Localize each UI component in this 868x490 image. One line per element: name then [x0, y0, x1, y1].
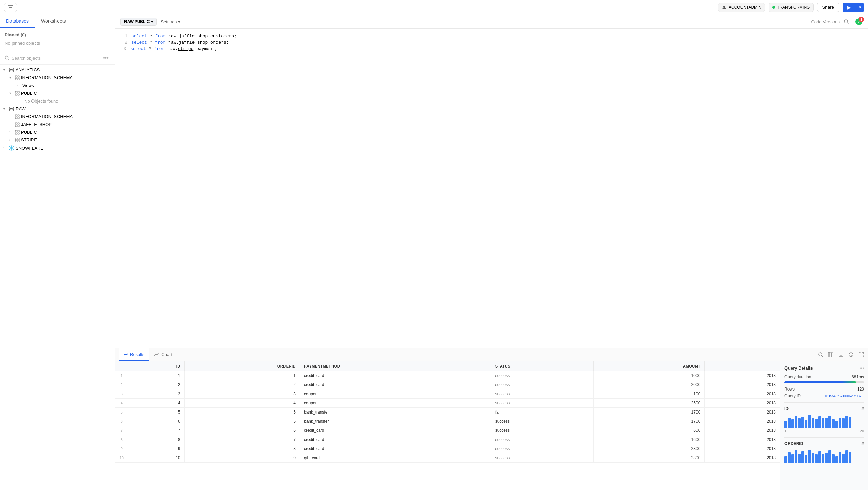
chevron-icon: ›	[3, 146, 7, 150]
pinned-header: Pinned (0)	[5, 32, 110, 37]
tree-item-raw-infoschema[interactable]: › INFORMATION_SCHEMA	[0, 113, 115, 120]
schema-icon	[15, 138, 20, 142]
notification-wrapper: ✓ 1	[855, 18, 863, 25]
table-cell: 2000	[593, 380, 705, 389]
expand-icon[interactable]	[859, 352, 864, 357]
tree-item-views[interactable]: › Views	[0, 82, 115, 89]
tree-item-raw-public[interactable]: › PUBLIC	[0, 128, 115, 136]
svg-rect-7	[15, 76, 17, 77]
bar	[791, 454, 794, 463]
bar	[825, 453, 828, 463]
bar	[832, 454, 835, 463]
table-cell: fail	[491, 408, 593, 417]
table-cell: success	[491, 399, 593, 408]
tree-item-raw[interactable]: ▾ RAW	[0, 105, 115, 113]
orderid-column-section: ORDERID #	[784, 437, 864, 463]
svg-line-5	[8, 59, 9, 60]
bar	[808, 415, 811, 428]
bar	[822, 418, 824, 428]
table-cell: 3	[129, 389, 184, 399]
svg-point-41	[819, 353, 822, 356]
tab-databases[interactable]: Databases	[0, 15, 35, 28]
tab-results[interactable]: ↩ Results	[119, 348, 149, 361]
bar	[805, 420, 807, 428]
run-dropdown-button[interactable]: ▾	[856, 3, 864, 12]
settings-chevron-icon: ▾	[178, 19, 180, 24]
tab-chart[interactable]: Chart	[149, 349, 177, 361]
results-tabs: ↩ Results Chart	[115, 348, 868, 361]
tree-label-views: Views	[22, 83, 34, 88]
more-button[interactable]: •••	[101, 54, 110, 62]
schema-icon	[15, 114, 20, 119]
svg-rect-28	[15, 138, 17, 140]
status-label: TRANSFORMING	[777, 5, 810, 10]
table-cell: 2	[115, 380, 129, 389]
tree-label-raw: RAW	[16, 106, 26, 111]
table-cell: credit_card	[300, 426, 491, 435]
bar	[788, 418, 791, 428]
svg-rect-12	[18, 91, 19, 93]
search-input[interactable]	[12, 55, 99, 61]
schema-selector[interactable]: RAW.PUBLIC ▾	[120, 18, 157, 26]
run-button[interactable]: ▶	[843, 3, 856, 12]
bar	[784, 421, 787, 428]
tree-label-raw-public: PUBLIC	[21, 130, 37, 135]
download-icon[interactable]	[838, 352, 844, 357]
table-cell: success	[491, 435, 593, 444]
columns-icon[interactable]	[828, 352, 833, 357]
filter-button[interactable]	[4, 3, 17, 12]
id-column-section: ID # 1 120	[784, 402, 864, 433]
table-cell: 6	[184, 426, 300, 435]
tree-item-raw-jaffle[interactable]: › JAFFLE_SHOP	[0, 120, 115, 128]
svg-rect-14	[18, 94, 19, 95]
code-editor[interactable]: 1 select * from raw.jaffle_shop.customer…	[115, 29, 868, 348]
tree-item-raw-stripe[interactable]: › STRIPE	[0, 136, 115, 144]
query-id-value[interactable]: 01b349f6-0000-d793-...	[825, 394, 864, 398]
id-range: 1 120	[784, 429, 864, 433]
editor-search-icon[interactable]	[844, 19, 849, 24]
bar	[815, 454, 818, 463]
col-header-more: ···	[705, 361, 780, 371]
table-cell: 6	[115, 417, 129, 426]
tree-item-analytics[interactable]: ▾ ANALYTICS	[0, 66, 115, 74]
table-cell: 2018	[705, 371, 780, 380]
account-badge: ACCOUNTADMIN	[718, 3, 765, 12]
share-button[interactable]: Share	[817, 3, 839, 12]
table-row: 665bank_transfersuccess17002018	[115, 417, 780, 426]
table-cell: coupon	[300, 399, 491, 408]
sidebar: Databases Worksheets Pinned (0) No pinne…	[0, 15, 115, 490]
tree-item-analytics-public[interactable]: ▾ PUBLIC	[0, 89, 115, 97]
table-row: 444couponsuccess25002018	[115, 399, 780, 408]
orderid-col-header: ORDERID #	[784, 441, 864, 446]
svg-point-15	[9, 107, 14, 108]
svg-rect-23	[18, 125, 19, 127]
svg-line-42	[822, 356, 823, 357]
search-results-icon[interactable]	[818, 352, 823, 357]
query-details-more[interactable]: •••	[859, 365, 864, 371]
tab-worksheets[interactable]: Worksheets	[35, 15, 72, 28]
database-icon	[9, 68, 14, 72]
tree-item-snowflake[interactable]: › SNOWFLAKE	[0, 144, 115, 152]
chevron-icon: ▾	[9, 91, 14, 95]
database-tree: ▾ ANALYTICS ▾ INFORMATION_SCHEMA › Views	[0, 65, 115, 153]
results-panel: ↩ Results Chart	[115, 348, 868, 490]
code-line-2: 2 select * from raw.jaffle_shop.orders;	[115, 39, 868, 46]
history-icon[interactable]	[848, 352, 854, 357]
table-cell: 2018	[705, 426, 780, 435]
table-cell: 4	[184, 399, 300, 408]
bar	[788, 452, 791, 463]
bar	[791, 419, 794, 428]
svg-rect-27	[18, 133, 19, 134]
results-icon: ↩	[124, 352, 128, 357]
tree-item-analytics-infoschema[interactable]: ▾ INFORMATION_SCHEMA	[0, 74, 115, 82]
tree-label-analytics-infoschema: INFORMATION_SCHEMA	[21, 75, 73, 80]
settings-button[interactable]: Settings ▾	[161, 19, 180, 24]
data-table: ID ORDERID PAYMENTMETHOD STATUS AMOUNT ·…	[115, 361, 780, 463]
chevron-icon: ›	[9, 122, 14, 126]
svg-point-4	[5, 56, 8, 59]
code-versions-link[interactable]: Code Versions	[811, 19, 840, 24]
tree-label-snowflake: SNOWFLAKE	[16, 146, 43, 151]
table-cell: 2300	[593, 453, 705, 463]
no-objects-text: No Objects found	[0, 97, 115, 105]
query-duration-bar	[784, 381, 864, 383]
